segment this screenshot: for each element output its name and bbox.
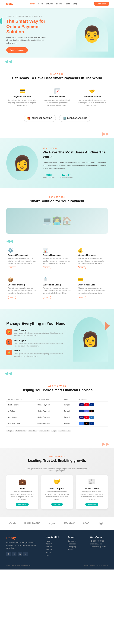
personal-account-icon: 🎁 [27, 116, 30, 120]
hero-cta-button[interactable]: Open an Account [6, 48, 28, 53]
ready-card-1: 📈 Growth Business Labore et dolore magna… [41, 85, 73, 110]
arrow-right-icon: ▶▶ [102, 131, 109, 136]
integrated-payments-read-more[interactable]: Read › [78, 266, 86, 269]
social-twitter[interactable]: t [12, 552, 16, 556]
support-button[interactable]: Get Help [51, 502, 62, 506]
service-card-personal-dashboard: 📊 Personal Dashboard Fabricate non recus… [41, 245, 73, 272]
payments-arrow-left-icon: ◀◀ [5, 371, 12, 376]
footer-link-services[interactable]: Services [46, 546, 63, 548]
footer-link-about[interactable]: About Us [46, 543, 63, 545]
best-support-icon: 🎧 [6, 339, 12, 345]
personal-account-button[interactable]: 🎁 PERSONAL ACCOUNT [24, 114, 56, 122]
subscription-billing-desc: Fabricate non recusandae fusc non lobort… [43, 287, 71, 294]
user-friendly-title: User Friendly [14, 329, 68, 331]
manage-content: Manage Everything in Your Hand 😊 User Fr… [6, 321, 68, 358]
personal-dashboard-icon: 📊 [43, 248, 71, 253]
manage-title: Manage Everything in Your Hand [6, 321, 68, 326]
divider-left: ◀◀ [0, 58, 114, 65]
social-youtube[interactable]: y [24, 552, 28, 556]
check-paysimplify: Pay Simplify [38, 430, 50, 432]
service-card-integrated-payments: 💰 Integrated Payments Fabricate non recu… [76, 245, 108, 272]
payment-logos-ewallet: PP St 🍎 [78, 408, 108, 414]
hero-label: SIMPLE · TRANSPARENT · SECURE [6, 16, 57, 17]
feature-secure: 🔒 Secure Lorem ipsum dolor sit amet cons… [6, 350, 68, 358]
footer-policy[interactable]: Privacy Policy & Terms of Service [84, 564, 108, 566]
footer-support-resources[interactable]: Resources [68, 543, 86, 545]
sales-button[interactable]: Contact Us [16, 502, 28, 506]
sales-desc: Lorem ipsum dolor sit amet consectetur a… [10, 490, 35, 501]
footer-link-blog[interactable]: Blog [46, 554, 63, 556]
about-section: 👩 ABOUT REPAY We Have The Most Users All… [0, 138, 114, 188]
service-card-credit-debit: 💳 Credit & Debit Card Fabricate non recu… [76, 275, 108, 301]
nav-pricing[interactable]: Pricing [56, 3, 62, 5]
payment-name-credit: Credit Card [6, 414, 36, 420]
services-section-title: Smart Solution for Your Payment [6, 199, 108, 204]
credit-debit-title: Credit & Debit Card [78, 284, 106, 286]
partner-edimax: EDIMAX [64, 522, 75, 525]
payment-solution-title: Payment Solution [8, 96, 36, 98]
footer-copyright: © 2023 Repay. All Rights Reserved. [6, 564, 32, 566]
team-section: KNOW MORE INFO Leading. Trusted. Enablin… [0, 448, 114, 517]
payment-name-cardless: Cardless Credit [6, 420, 36, 426]
amex-logo: AX [90, 416, 94, 418]
nav-cta-button[interactable]: Get Started [94, 2, 109, 6]
footer-support-community[interactable]: Community [68, 540, 86, 542]
about-content: ABOUT REPAY We Have The Most Users All O… [43, 148, 108, 178]
social-linkedin[interactable]: in [18, 552, 22, 556]
business-tracking-desc: Fabricate non recusandae fusc non lobort… [8, 287, 36, 294]
nav-pages[interactable]: Pages [65, 3, 70, 5]
personal-dashboard-title: Personal Dashboard [43, 254, 71, 256]
growth-business-desc: Labore et dolore magna aliqua. Ut enim a… [43, 99, 71, 107]
payment-solution-icon: 💳 [8, 88, 36, 94]
payment-fees-ewallet: Paypal [62, 408, 78, 414]
footer-link-home[interactable]: Home [46, 540, 63, 542]
nav-about[interactable]: About [38, 3, 43, 5]
stat-customers: 50k+ Happy Customers [43, 173, 56, 178]
sales-title: Sales [10, 487, 35, 490]
business-tracking-read-more[interactable]: Read › [8, 296, 16, 299]
footer-contact-email[interactable]: info@repay.com [90, 543, 108, 545]
services-divider-left: ◀◀ [6, 238, 108, 245]
social-facebook[interactable]: f [6, 552, 11, 556]
stat-customers-label: Happy Customers [43, 177, 56, 178]
partners-section: Craft BAIN BANK algos EDIMAX 0000 Light [0, 517, 114, 530]
footer: Repay Lorem ipsum dolor sit amet, consec… [0, 530, 114, 570]
business-account-button[interactable]: 🏢 BUSINESS ACCOUNT [59, 114, 90, 122]
subscription-billing-read-more[interactable]: Read › [43, 296, 51, 299]
about-person-image: 👩 [6, 146, 38, 180]
article-title: Article & News [79, 487, 104, 490]
apple-logo: 🍎 [90, 410, 94, 412]
footer-support-status[interactable]: Status [68, 549, 86, 550]
stat-transactions-number: 670k+ [60, 173, 73, 177]
footer-support-changelog[interactable]: Changelog [68, 546, 86, 548]
footer-link-features[interactable]: Features [46, 549, 63, 550]
feature-best-support: 🎧 Best Support Lorem ipsum dolor sit ame… [6, 339, 68, 347]
best-support-title: Best Support [14, 339, 68, 342]
table-row: Bank Transfer Online Payment Paypal VISA… [6, 402, 108, 408]
personal-dashboard-read-more[interactable]: Read › [43, 266, 51, 269]
credit-debit-read-more[interactable]: Read › [78, 296, 86, 299]
services-section-label: OUR SERVICES [6, 196, 108, 198]
paypal-logo: PP [90, 404, 94, 406]
nav-home[interactable]: Home [30, 3, 35, 5]
check-2checkout: 2Checkout [28, 430, 38, 432]
payment-management-read-more[interactable]: Read › [8, 266, 16, 269]
article-desc: Lorem ipsum dolor sit amet consectetur a… [79, 490, 104, 501]
sales-icon: 💼 [10, 478, 35, 485]
nav-services[interactable]: Services [46, 3, 53, 5]
footer-link-pricing[interactable]: Pricing [46, 552, 63, 553]
table-row: Cardless Credit Online Payment Paypal G … [6, 420, 108, 426]
check-paypal: Paypal [6, 430, 14, 432]
mc-logo-2: MC [84, 416, 89, 418]
connected-people-desc: Lorem ipsum dolor sit amet consectetur a… [78, 99, 106, 107]
table-row: Credit Card Online Payment Paypal VISA M… [6, 414, 108, 420]
nav-blog[interactable]: Blog [73, 3, 77, 5]
best-support-text: Best Support Lorem ipsum dolor sit amet … [14, 339, 68, 347]
footer-contact-phone[interactable]: +1 (999) 999-99-99 [90, 540, 108, 542]
ready-section: WHAT WE DO Get Ready To Have Best Smart … [0, 65, 114, 130]
check-stripe: Stripe [51, 430, 57, 432]
payments-section-label: ALSO ARE PAYING [6, 385, 108, 387]
footer-description: Lorem ipsum dolor sit amet, consectetur … [6, 541, 41, 549]
article-button[interactable]: Read More [85, 502, 98, 506]
partner-light: Light [98, 522, 105, 525]
